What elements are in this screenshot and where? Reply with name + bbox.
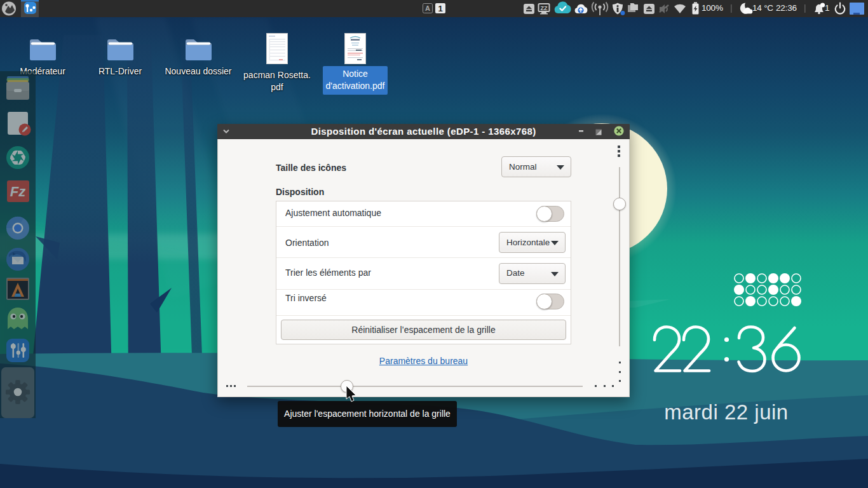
svg-text:mardi 22 juin: mardi 22 juin — [664, 400, 788, 424]
svg-text:A: A — [425, 4, 430, 12]
svg-text:ZZ: ZZ — [541, 5, 548, 11]
svg-text:1: 1 — [438, 4, 442, 13]
